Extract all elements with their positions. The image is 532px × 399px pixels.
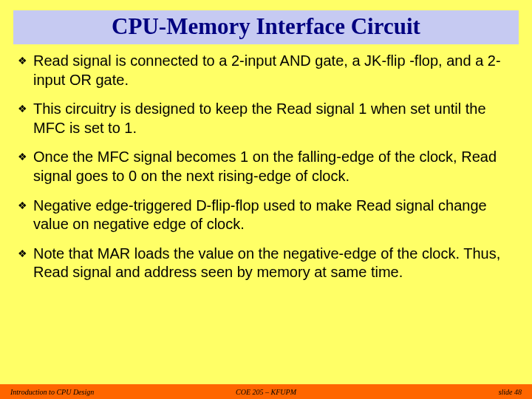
list-item: ❖ This circuitry is designed to keep the…	[18, 100, 514, 137]
list-item: ❖ Negative edge-triggered D-flip-flop us…	[18, 197, 514, 234]
footer-center: COE 205 – KFUPM	[181, 388, 352, 396]
footer-bar: Introduction to CPU Design COE 205 – KFU…	[0, 384, 532, 399]
bullet-list: ❖ Read signal is connected to a 2-input …	[0, 44, 532, 282]
page-title: CPU-Memory Interface Circuit	[13, 13, 519, 40]
bullet-text: Once the MFC signal becomes 1 on the fal…	[33, 148, 514, 185]
diamond-bullet-icon: ❖	[18, 55, 27, 68]
footer-left: Introduction to CPU Design	[10, 388, 181, 396]
title-bar: CPU-Memory Interface Circuit	[13, 10, 519, 44]
diamond-bullet-icon: ❖	[18, 248, 27, 261]
bullet-text: Note that MAR loads the value on the neg…	[33, 245, 514, 282]
diamond-bullet-icon: ❖	[18, 200, 27, 213]
bullet-text: Negative edge-triggered D-flip-flop used…	[33, 197, 514, 234]
list-item: ❖ Note that MAR loads the value on the n…	[18, 245, 514, 282]
list-item: ❖ Read signal is connected to a 2-input …	[18, 52, 514, 89]
list-item: ❖ Once the MFC signal becomes 1 on the f…	[18, 148, 514, 185]
bullet-text: Read signal is connected to a 2-input AN…	[33, 52, 514, 89]
bullet-text: This circuitry is designed to keep the R…	[33, 100, 514, 137]
diamond-bullet-icon: ❖	[18, 103, 27, 116]
footer-right: slide 48	[351, 388, 522, 396]
diamond-bullet-icon: ❖	[18, 151, 27, 164]
